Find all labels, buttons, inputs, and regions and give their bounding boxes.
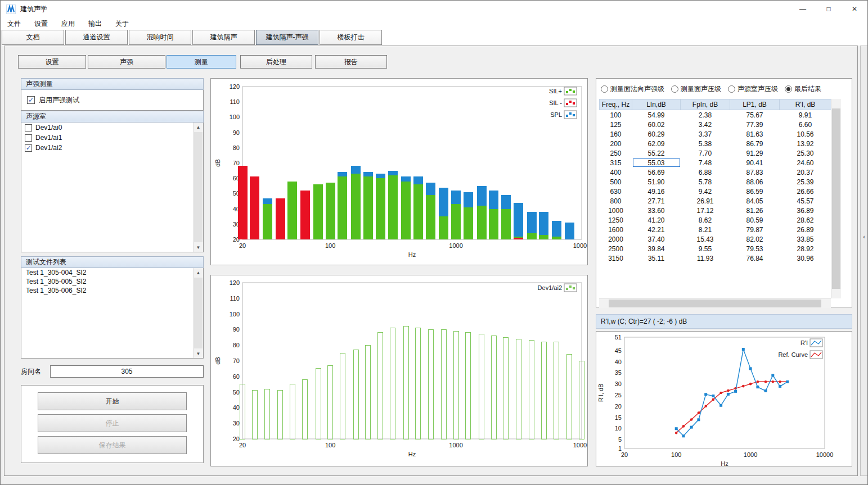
table-cell[interactable]: 45.57: [780, 196, 831, 206]
table-cell[interactable]: 5.78: [681, 177, 730, 187]
table-cell[interactable]: 28.62: [780, 215, 831, 225]
result-view-radio[interactable]: 声源室声压级: [728, 84, 778, 94]
table-cell[interactable]: 80.59: [730, 215, 780, 225]
scroll-up-button[interactable]: [831, 99, 841, 108]
table-cell[interactable]: 28.92: [780, 244, 831, 253]
table-row[interactable]: 50051.905.7888.0625.39: [600, 177, 831, 187]
table-cell[interactable]: 7.48: [681, 158, 730, 167]
table-cell[interactable]: 24.60: [780, 158, 831, 167]
ri-curve-chart[interactable]: 1510152025303540455120100100010000R'I, d…: [596, 332, 852, 466]
minimize-button[interactable]: —: [790, 1, 816, 17]
table-cell[interactable]: 30.96: [780, 253, 831, 263]
result-view-radio[interactable]: 最后结果: [785, 84, 821, 94]
table-cell[interactable]: 2.38: [681, 110, 730, 120]
table-cell[interactable]: 5.38: [681, 139, 730, 148]
table-cell[interactable]: 26.66: [780, 187, 831, 196]
table-cell[interactable]: 160: [600, 129, 632, 139]
table-cell[interactable]: 100: [600, 110, 632, 120]
table-cell[interactable]: 9.55: [681, 244, 730, 253]
table-cell[interactable]: 8.21: [681, 225, 730, 234]
doc-tab[interactable]: 建筑隔声: [192, 30, 255, 45]
table-cell[interactable]: 3150: [600, 253, 632, 263]
table-cell[interactable]: 10.56: [780, 129, 831, 139]
table-row[interactable]: 16060.293.3781.6310.56: [600, 129, 831, 139]
table-cell[interactable]: 56.69: [632, 167, 681, 177]
table-cell[interactable]: 86.59: [730, 187, 780, 196]
table-cell[interactable]: 62.09: [632, 139, 681, 148]
table-cell[interactable]: 77.39: [730, 120, 780, 129]
table-cell[interactable]: 39.84: [632, 244, 681, 253]
table-cell[interactable]: 13.92: [780, 139, 831, 148]
list-vertical-scrollbar[interactable]: ▲▼: [193, 123, 203, 252]
table-cell[interactable]: 11.93: [681, 253, 730, 263]
doc-tab[interactable]: 文档: [2, 30, 64, 45]
menu-item[interactable]: 关于: [109, 18, 136, 30]
scroll-thumb[interactable]: [194, 132, 203, 242]
table-cell[interactable]: 82.02: [730, 234, 780, 244]
table-cell[interactable]: 33.60: [632, 206, 681, 215]
table-row[interactable]: 63049.169.4286.5926.66: [600, 187, 831, 196]
menu-item[interactable]: 文件: [1, 18, 28, 30]
table-cell[interactable]: 26.91: [681, 196, 730, 206]
table-cell[interactable]: 1000: [600, 206, 632, 215]
table-cell[interactable]: 27.71: [632, 196, 681, 206]
scroll-down-button[interactable]: ▼: [194, 243, 203, 252]
table-header-cell[interactable]: LIn,dB: [632, 99, 681, 110]
table-cell[interactable]: 20.37: [780, 167, 831, 177]
enable-si-checkbox[interactable]: ✓: [27, 96, 35, 104]
table-cell[interactable]: 55.03: [632, 158, 681, 167]
table-cell[interactable]: 200: [600, 139, 632, 148]
table-cell[interactable]: 2000: [600, 234, 632, 244]
close-button[interactable]: ✕: [842, 1, 867, 17]
table-cell[interactable]: 25.30: [780, 148, 831, 158]
table-cell[interactable]: 81.26: [730, 206, 780, 215]
sub-tab[interactable]: 后处理: [240, 55, 312, 69]
doc-tab[interactable]: 混响时间: [129, 30, 191, 45]
list-vertical-scrollbar[interactable]: ▲▼: [193, 268, 203, 358]
table-row[interactable]: 10054.992.3875.679.91: [600, 110, 831, 120]
test-file-item[interactable]: Test 1_305-006_SI2: [21, 286, 203, 295]
room-name-input[interactable]: [50, 365, 204, 378]
table-cell[interactable]: 500: [600, 177, 632, 187]
si-spectrum-chart[interactable]: 203040506070809010011012020100100010000d…: [211, 79, 587, 265]
table-cell[interactable]: 9.42: [681, 187, 730, 196]
plot-area[interactable]: [242, 283, 582, 439]
channel-checkbox[interactable]: ✓: [25, 144, 32, 152]
table-header-cell[interactable]: R'I, dB: [780, 99, 831, 110]
table-cell[interactable]: 1250: [600, 215, 632, 225]
result-view-radio[interactable]: 测量面声压级: [671, 84, 721, 94]
table-header-cell[interactable]: LP1, dB: [730, 99, 780, 110]
table-row[interactable]: 40056.696.8887.8320.37: [600, 167, 831, 177]
table-cell[interactable]: 55.22: [632, 148, 681, 158]
table-row[interactable]: 20062.095.3886.7913.92: [600, 139, 831, 148]
table-cell[interactable]: 51.90: [632, 177, 681, 187]
table-vertical-scrollbar[interactable]: [831, 99, 841, 298]
table-row[interactable]: 80027.7126.9184.0545.57: [600, 196, 831, 206]
menu-item[interactable]: 输出: [82, 18, 109, 30]
table-row[interactable]: 25055.227.7091.2925.30: [600, 148, 831, 158]
table-cell[interactable]: 3.42: [681, 120, 730, 129]
menu-item[interactable]: 设置: [28, 18, 55, 30]
result-view-radio[interactable]: 测量面法向声强级: [601, 84, 664, 94]
table-row[interactable]: 125041.208.6280.5928.62: [600, 215, 831, 225]
start-button[interactable]: 开始: [38, 392, 187, 410]
table-row[interactable]: 315035.1111.9376.8430.96: [600, 253, 831, 263]
table-cell[interactable]: 25.39: [780, 177, 831, 187]
channel-row[interactable]: Dev1/ai1: [21, 133, 203, 143]
spl-spectrum-chart[interactable]: 203040506070809010011012020100100010000d…: [211, 275, 587, 466]
table-cell[interactable]: 87.83: [730, 167, 780, 177]
table-cell[interactable]: 79.53: [730, 244, 780, 253]
table-cell[interactable]: 54.99: [632, 110, 681, 120]
table-cell[interactable]: 79.87: [730, 225, 780, 234]
doc-tab[interactable]: 楼板打击: [320, 30, 382, 45]
doc-tab[interactable]: 建筑隔声-声强: [256, 30, 318, 45]
table-header-cell[interactable]: Freq., Hz: [600, 99, 632, 110]
scroll-right-button[interactable]: [822, 299, 831, 308]
menu-item[interactable]: 应用: [55, 18, 82, 30]
table-cell[interactable]: 1600: [600, 225, 632, 234]
sub-tab[interactable]: 设置: [18, 55, 86, 69]
table-header-cell[interactable]: FpIn, dB: [681, 99, 730, 110]
table-cell[interactable]: 250: [600, 148, 632, 158]
table-row[interactable]: 31555.037.4890.4124.60: [600, 158, 831, 167]
table-cell[interactable]: 81.63: [730, 129, 780, 139]
